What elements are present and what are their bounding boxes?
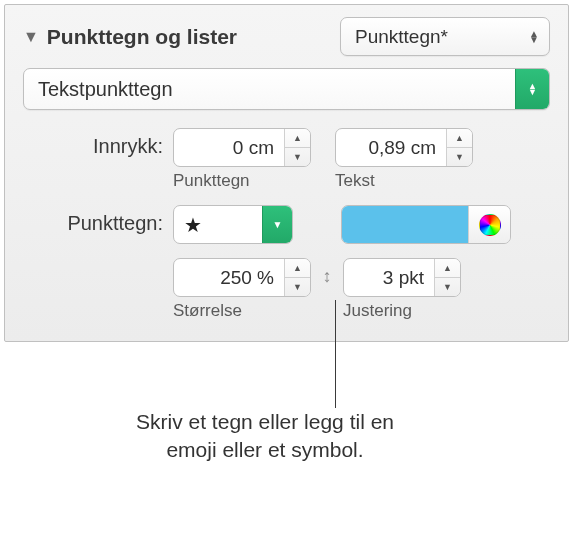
- bullet-symbol-display: ★: [174, 206, 262, 243]
- dropdown-endcap: [515, 69, 549, 109]
- bullet-type-value: Tekstpunkttegn: [24, 78, 515, 101]
- color-wheel-icon: [479, 214, 501, 236]
- bullet-type-row: Tekstpunkttegn: [23, 68, 550, 110]
- size-sublabel: Størrelse: [173, 301, 311, 321]
- bullets-lists-panel: ▼ Punkttegn og lister Punkttegn* Tekstpu…: [4, 4, 569, 342]
- dropdown-endcap: ▼: [262, 206, 292, 243]
- alignment-stepper[interactable]: ▲ ▼: [434, 259, 460, 296]
- list-style-preset-dropdown[interactable]: Punkttegn*: [340, 17, 550, 56]
- panel-header: ▼ Punkttegn og lister Punkttegn*: [23, 17, 550, 56]
- alignment-input[interactable]: [344, 259, 434, 296]
- vertical-align-arrow-icon: ↕: [317, 258, 337, 287]
- disclosure-triangle-icon[interactable]: ▼: [23, 28, 39, 46]
- section-title: Punkttegn og lister: [47, 25, 332, 49]
- bullet-indent-field[interactable]: ▲ ▼: [173, 128, 311, 167]
- stepper-up-icon[interactable]: ▲: [435, 259, 460, 278]
- size-input[interactable]: [174, 259, 284, 296]
- text-indent-stepper[interactable]: ▲ ▼: [446, 129, 472, 166]
- chevrons-icon: [529, 31, 539, 43]
- stepper-down-icon[interactable]: ▼: [435, 278, 460, 296]
- bullet-indent-stepper[interactable]: ▲ ▼: [284, 129, 310, 166]
- stepper-up-icon[interactable]: ▲: [285, 259, 310, 278]
- color-wheel-button[interactable]: [468, 206, 510, 243]
- bullet-indent-input[interactable]: [174, 129, 284, 166]
- alignment-sublabel: Justering: [343, 301, 461, 321]
- indent-label: Innrykk:: [23, 128, 173, 158]
- chevrons-icon: [528, 83, 537, 95]
- bullet-color-control[interactable]: [341, 205, 511, 244]
- bullet-symbol-label: Punkttegn:: [23, 205, 173, 235]
- stepper-up-icon[interactable]: ▲: [447, 129, 472, 148]
- stepper-up-icon[interactable]: ▲: [285, 129, 310, 148]
- size-field[interactable]: ▲ ▼: [173, 258, 311, 297]
- callout-text: Skriv et tegn eller legg til en emoji el…: [130, 408, 400, 465]
- stepper-down-icon[interactable]: ▼: [285, 278, 310, 296]
- bullet-symbol-row: Punkttegn: ★ ▼: [23, 205, 550, 244]
- color-swatch[interactable]: [342, 206, 468, 243]
- size-stepper[interactable]: ▲ ▼: [284, 259, 310, 296]
- stepper-down-icon[interactable]: ▼: [285, 148, 310, 166]
- indent-row: Innrykk: ▲ ▼ Punkttegn ▲ ▼: [23, 128, 550, 191]
- text-indent-sublabel: Tekst: [335, 171, 473, 191]
- text-indent-input[interactable]: [336, 129, 446, 166]
- callout-leader-line: [335, 300, 336, 408]
- bullet-type-dropdown[interactable]: Tekstpunkttegn: [23, 68, 550, 110]
- bullet-indent-sublabel: Punkttegn: [173, 171, 311, 191]
- text-indent-field[interactable]: ▲ ▼: [335, 128, 473, 167]
- stepper-down-icon[interactable]: ▼: [447, 148, 472, 166]
- bullet-symbol-picker[interactable]: ★ ▼: [173, 205, 293, 244]
- alignment-field[interactable]: ▲ ▼: [343, 258, 461, 297]
- list-style-preset-value: Punkttegn*: [355, 26, 448, 48]
- chevron-down-icon: ▼: [273, 219, 283, 230]
- size-align-row: ▲ ▼ Størrelse ↕ ▲ ▼ Justering: [173, 258, 550, 321]
